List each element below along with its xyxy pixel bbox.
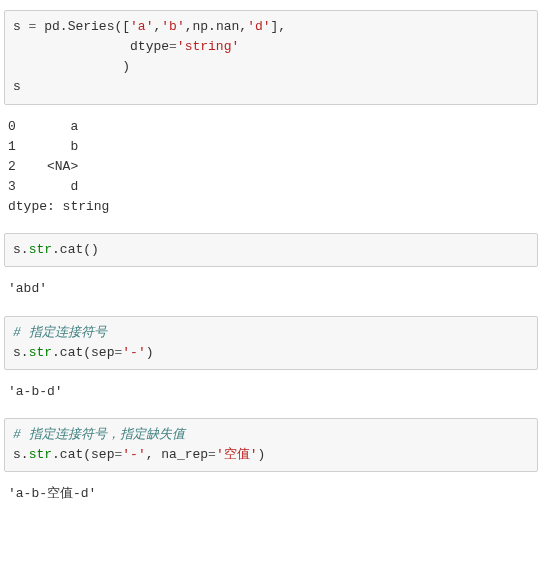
code-token: str: [29, 345, 52, 360]
code-token: ,: [146, 447, 162, 462]
output-line: 'abd': [8, 281, 47, 296]
code-token: .: [52, 242, 60, 257]
code-token: .: [21, 447, 29, 462]
output-line: 'a-b-空值-d': [8, 486, 96, 501]
code-token: .: [208, 19, 216, 34]
code-comment: # 指定连接符号，指定缺失值: [13, 427, 185, 442]
code-token: s: [13, 345, 21, 360]
code-token: ): [122, 59, 130, 74]
code-token: 'string': [177, 39, 239, 54]
code-cell-3: # 指定连接符号 s.str.cat(sep='-'): [4, 316, 538, 370]
code-token: ): [91, 242, 99, 257]
output-line: 3 d: [8, 179, 78, 194]
code-token: '-': [122, 345, 145, 360]
code-comment: # 指定连接符号: [13, 325, 107, 340]
code-token: s: [13, 447, 21, 462]
code-token: ,: [185, 19, 193, 34]
code-cell-1: s = pd.Series(['a','b',np.nan,'d'], dtyp…: [4, 10, 538, 105]
code-token: s: [13, 79, 21, 94]
code-token: ,: [239, 19, 247, 34]
output-line: 0 a: [8, 119, 78, 134]
code-token: cat: [60, 345, 83, 360]
code-token: .: [52, 447, 60, 462]
code-token: (: [83, 242, 91, 257]
code-token: 'a': [130, 19, 153, 34]
code-token: nan: [216, 19, 239, 34]
code-token: (: [83, 345, 91, 360]
code-token: np: [193, 19, 209, 34]
code-token: na_rep: [161, 447, 208, 462]
code-token: pd: [44, 19, 60, 34]
code-token: =: [169, 39, 177, 54]
code-cell-2: s.str.cat(): [4, 233, 538, 267]
output-4: 'a-b-空值-d': [4, 478, 538, 510]
code-token: ): [258, 447, 266, 462]
code-token: ],: [271, 19, 287, 34]
code-token: ([: [114, 19, 130, 34]
code-token: str: [29, 447, 52, 462]
code-token: .: [21, 345, 29, 360]
output-3: 'a-b-d': [4, 376, 538, 408]
code-token: s: [13, 242, 21, 257]
code-token: ): [146, 345, 154, 360]
code-token: str: [29, 242, 52, 257]
code-token: 'b': [161, 19, 184, 34]
output-line: 2 <NA>: [8, 159, 78, 174]
output-line: dtype: string: [8, 199, 109, 214]
code-token: .: [21, 242, 29, 257]
code-token: '空值': [216, 447, 258, 462]
code-token: Series: [68, 19, 115, 34]
code-token: s: [13, 19, 21, 34]
output-line: 1 b: [8, 139, 78, 154]
code-token: '-': [122, 447, 145, 462]
code-token: sep: [91, 447, 114, 462]
code-indent: [13, 39, 130, 54]
code-token: .: [52, 345, 60, 360]
code-token: cat: [60, 242, 83, 257]
code-token: cat: [60, 447, 83, 462]
code-indent: [13, 59, 122, 74]
code-token: sep: [91, 345, 114, 360]
code-token: (: [83, 447, 91, 462]
code-token: .: [60, 19, 68, 34]
code-token: =: [21, 19, 44, 34]
code-token: 'd': [247, 19, 270, 34]
output-1: 0 a 1 b 2 <NA> 3 d dtype: string: [4, 111, 538, 224]
code-token: =: [208, 447, 216, 462]
output-2: 'abd': [4, 273, 538, 305]
code-cell-4: # 指定连接符号，指定缺失值 s.str.cat(sep='-', na_rep…: [4, 418, 538, 472]
output-line: 'a-b-d': [8, 384, 63, 399]
code-token: dtype: [130, 39, 169, 54]
